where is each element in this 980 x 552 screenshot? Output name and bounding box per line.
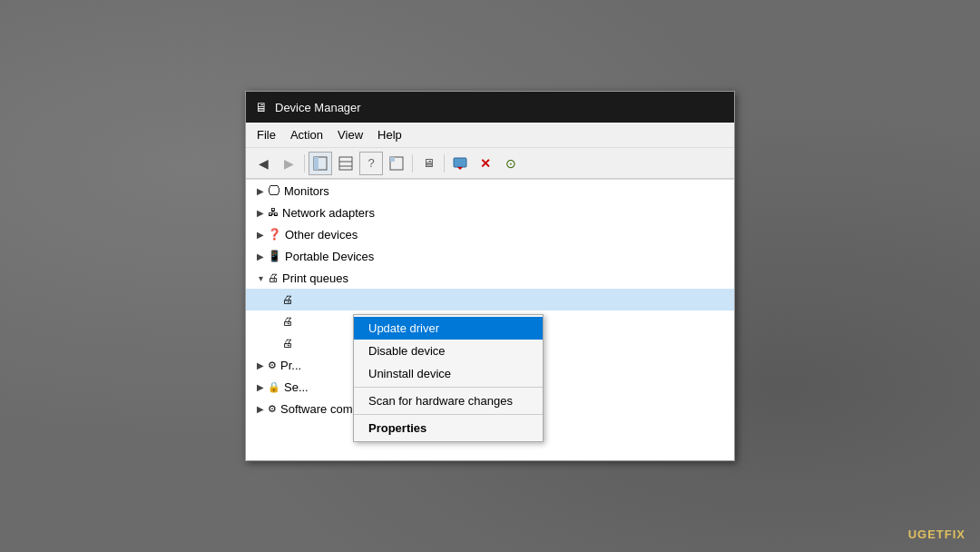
toolbar-separator-2 xyxy=(412,154,413,172)
toolbar-separator-1 xyxy=(304,154,305,172)
help-button[interactable]: ? xyxy=(359,152,383,175)
title-bar: 🖥 Device Manager xyxy=(246,92,734,123)
toolbar-separator-3 xyxy=(444,154,445,172)
menu-file[interactable]: File xyxy=(250,126,283,143)
svg-rect-3 xyxy=(339,157,352,170)
tree-item-network-adapters[interactable]: ▶ 🖧 Network adapters xyxy=(246,202,734,223)
processors-label: Pr... xyxy=(280,359,301,372)
ctx-scan-hardware[interactable]: Scan for hardware changes xyxy=(354,389,543,412)
print-1-icon: 🖨 xyxy=(282,293,293,306)
security-label: Se... xyxy=(284,380,309,394)
remove-device-button[interactable]: ✕ xyxy=(474,152,497,175)
update-driver-button[interactable] xyxy=(448,152,472,175)
software-components-icon: ⚙ xyxy=(268,403,277,415)
menu-action[interactable]: Action xyxy=(283,126,330,143)
other-devices-chevron: ▶ xyxy=(253,230,268,240)
resources-by-type-button[interactable] xyxy=(385,152,408,175)
resources-view-button[interactable] xyxy=(334,152,358,175)
svg-rect-2 xyxy=(318,157,327,162)
tree-item-print-1[interactable]: 🖨 xyxy=(246,289,734,310)
back-button[interactable]: ◀ xyxy=(251,152,275,175)
computer-button[interactable]: 🖥 xyxy=(416,152,440,175)
print-2-icon: 🖨 xyxy=(282,315,293,328)
scan-hardware-button[interactable]: ⊙ xyxy=(499,152,523,175)
svg-rect-8 xyxy=(454,158,466,167)
tree-item-other-devices[interactable]: ▶ ❓ Other devices xyxy=(246,223,734,245)
ctx-properties[interactable]: Properties xyxy=(354,417,543,439)
ctx-uninstall-device[interactable]: Uninstall device xyxy=(354,362,543,385)
window-title: Device Manager xyxy=(275,101,361,114)
other-devices-label: Other devices xyxy=(285,228,358,242)
security-icon: 🔒 xyxy=(268,381,280,393)
ctx-divider-2 xyxy=(354,414,543,415)
other-devices-icon: ❓ xyxy=(268,228,281,241)
tree-item-monitors[interactable]: ▶ 🖵 Monitors xyxy=(246,180,734,202)
tree-item-portable-devices[interactable]: ▶ 📱 Portable Devices xyxy=(246,245,734,267)
security-chevron: ▶ xyxy=(253,382,268,392)
toolbar: ◀ ▶ ? 🖥 ✕ ⊙ xyxy=(246,148,734,179)
network-adapters-icon: 🖧 xyxy=(268,206,279,219)
svg-marker-9 xyxy=(457,167,463,170)
tree-item-print-queues[interactable]: ▾ 🖨 Print queues xyxy=(246,267,734,289)
network-adapters-label: Network adapters xyxy=(282,206,375,220)
forward-button[interactable]: ▶ xyxy=(277,152,300,175)
device-tree[interactable]: ▶ 🖵 Monitors ▶ 🖧 Network adapters ▶ ❓ Ot… xyxy=(246,179,734,460)
processors-chevron: ▶ xyxy=(253,360,268,370)
network-adapters-chevron: ▶ xyxy=(253,208,268,218)
watermark: UGETFIX xyxy=(908,527,965,541)
device-manager-window: 🖥 Device Manager File Action View Help ◀… xyxy=(245,91,735,461)
print-queues-label: Print queues xyxy=(282,271,348,285)
window-icon: 🖥 xyxy=(255,100,268,114)
context-menu: Update driver Disable device Uninstall d… xyxy=(353,314,544,442)
menu-view[interactable]: View xyxy=(330,126,370,143)
portable-devices-icon: 📱 xyxy=(268,250,281,262)
processors-icon: ⚙ xyxy=(268,360,277,371)
ctx-disable-device[interactable]: Disable device xyxy=(354,340,543,362)
device-manager-view-button[interactable] xyxy=(309,152,332,175)
software-components-chevron: ▶ xyxy=(253,404,268,414)
print-queues-chevron: ▾ xyxy=(253,273,268,283)
print-queues-icon: 🖨 xyxy=(268,271,279,284)
menu-bar: File Action View Help xyxy=(246,123,734,148)
portable-devices-label: Portable Devices xyxy=(285,250,374,263)
print-3-icon: 🖨 xyxy=(282,337,293,350)
ctx-divider-1 xyxy=(354,387,543,388)
menu-help[interactable]: Help xyxy=(370,126,409,143)
monitors-chevron: ▶ xyxy=(253,186,268,196)
svg-rect-1 xyxy=(314,157,318,170)
monitors-icon: 🖵 xyxy=(268,183,280,198)
svg-rect-7 xyxy=(390,157,395,162)
portable-devices-chevron: ▶ xyxy=(253,251,268,261)
monitors-label: Monitors xyxy=(284,184,329,198)
ctx-update-driver[interactable]: Update driver xyxy=(354,317,543,340)
